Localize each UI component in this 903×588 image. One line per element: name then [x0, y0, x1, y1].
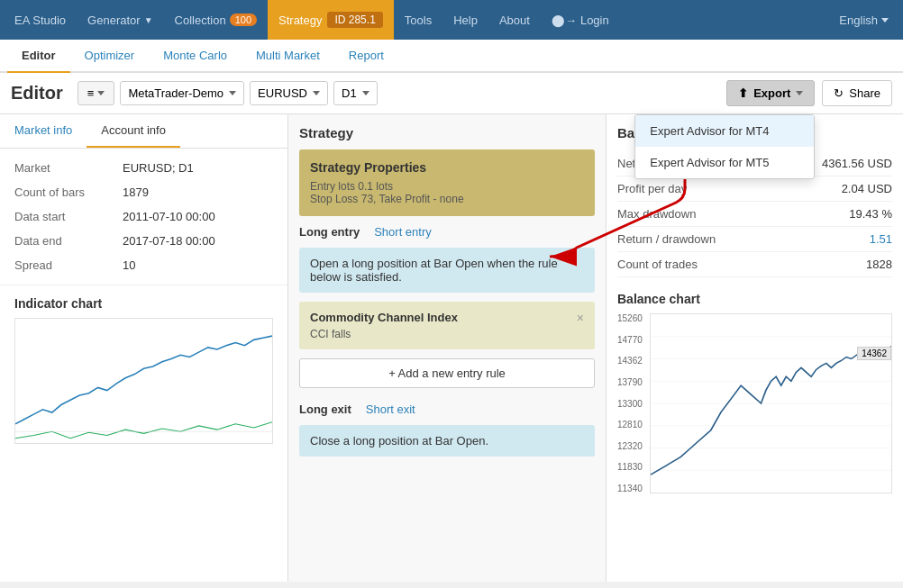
long-exit-tab[interactable]: Long exit: [299, 403, 351, 416]
menu-button[interactable]: ≡: [78, 81, 115, 105]
entry-tabs: Long entry Short entry: [299, 225, 595, 239]
header-right: ⬆ Export Expert Advisor for MT4 Expert A…: [726, 80, 892, 106]
export-icon: ⬆: [738, 86, 748, 100]
main-content: Market info Account info Market EURUSD; …: [0, 114, 903, 582]
editor-controls: ≡ MetaTrader-Demo EURUSD D1: [78, 81, 719, 105]
strategy-title: Strategy: [299, 125, 595, 140]
left-panel: Market info Account info Market EURUSD; …: [0, 114, 288, 582]
close-position-box: Close a long position at Bar Open.: [299, 425, 595, 457]
stat-profit-day: Profit per day 2.04 USD: [617, 176, 892, 202]
spread-row: Spread 10: [0, 253, 287, 277]
platform-selector[interactable]: MetaTrader-Demo: [120, 81, 244, 105]
language-dropdown-arrow: [881, 18, 889, 23]
language-selector[interactable]: English: [828, 14, 899, 27]
nav-login[interactable]: ⬤→ Login: [541, 0, 620, 40]
menu-arrow: [97, 91, 105, 95]
account-info-tab[interactable]: Account info: [87, 114, 180, 148]
nav-strategy[interactable]: Strategy ID 285.1: [268, 0, 394, 40]
nav-ea-studio[interactable]: EA Studio: [4, 0, 77, 40]
market-row: Market EURUSD; D1: [0, 156, 287, 180]
timeframe-arrow: [362, 91, 369, 95]
export-arrow: [796, 91, 803, 95]
strategy-properties-box[interactable]: Strategy Properties Entry lots 0.1 lots …: [299, 149, 595, 216]
generator-dropdown-arrow: ▼: [144, 15, 153, 25]
symbol-selector[interactable]: EURUSD: [250, 81, 328, 105]
export-mt5-item[interactable]: Expert Advisor for MT5: [635, 147, 814, 178]
strategy-properties-title: Strategy Properties: [310, 160, 584, 175]
stat-max-drawdown: Max drawdown 19.43 %: [617, 202, 892, 227]
timeframe-selector[interactable]: D1: [333, 81, 378, 105]
strategy-properties-line2: Stop Loss 73, Take Profit - none: [310, 193, 584, 205]
stat-count-trades: Count of trades 1828: [617, 252, 892, 277]
short-entry-tab[interactable]: Short entry: [374, 225, 432, 239]
indicator-chart-section: Indicator chart: [0, 285, 287, 582]
indicator-chart-title: Indicator chart: [14, 296, 273, 311]
count-bars-row: Count of bars 1879: [0, 180, 287, 204]
balance-chart-container: 15260 14770 14362 13790 13300 12810 1232…: [617, 313, 892, 493]
exit-tabs: Long exit Short exit: [299, 403, 595, 416]
balance-chart-section: Balance chart 15260 14770 14362 13790 13…: [617, 292, 892, 493]
stat-return-drawdown: Return / drawdown 1.51: [617, 227, 892, 252]
nav-help[interactable]: Help: [442, 0, 488, 40]
strategy-id-badge: ID 285.1: [327, 12, 382, 28]
rule-subtitle: CCI falls: [310, 328, 458, 340]
balance-chart-labels: 15260 14770 14362 13790 13300 12810 1232…: [617, 313, 646, 493]
rule-title: Commodity Channel Index: [310, 311, 458, 324]
tab-multimarket[interactable]: Multi Market: [242, 40, 334, 73]
tab-bar: Editor Optimizer Monte Carlo Multi Marke…: [0, 40, 903, 73]
nav-generator[interactable]: Generator ▼: [77, 0, 163, 40]
tab-montecarlo[interactable]: Monte Carlo: [149, 40, 242, 73]
short-exit-tab[interactable]: Short exit: [366, 403, 415, 416]
symbol-arrow: [313, 91, 320, 95]
tab-report[interactable]: Report: [334, 40, 398, 73]
tab-editor[interactable]: Editor: [7, 40, 70, 73]
add-rule-button[interactable]: + Add a new entry rule: [299, 358, 595, 388]
long-entry-tab[interactable]: Long entry: [299, 225, 360, 239]
market-info-table: Market EURUSD; D1 Count of bars 1879 Dat…: [0, 149, 287, 285]
data-end-row: Data end 2017-07-18 00:00: [0, 229, 287, 253]
editor-header: Editor ≡ MetaTrader-Demo EURUSD D1 ⬆ Exp…: [0, 73, 903, 114]
rule-close-button[interactable]: ×: [577, 311, 584, 325]
nav-about[interactable]: About: [488, 0, 541, 40]
data-start-row: Data start 2011-07-10 00:00: [0, 204, 287, 229]
login-icon: ⬤→: [552, 14, 577, 27]
share-icon: ↻: [834, 86, 844, 100]
editor-title: Editor: [11, 83, 63, 104]
share-button[interactable]: ↻ Share: [822, 80, 892, 106]
export-mt4-item[interactable]: Expert Advisor for MT4: [635, 115, 814, 147]
nav-collection[interactable]: Collection 100: [164, 0, 268, 40]
entry-description: Open a long position at Bar Open when th…: [299, 248, 595, 293]
panel-tabs: Market info Account info: [0, 114, 287, 149]
export-button[interactable]: ⬆ Export: [726, 80, 815, 106]
collection-badge: 100: [230, 14, 257, 26]
balance-chart: 14362: [650, 313, 892, 493]
middle-panel: Strategy Strategy Properties Entry lots …: [288, 114, 606, 582]
export-btn-wrapper: ⬆ Export Expert Advisor for MT4 Expert A…: [726, 80, 815, 106]
export-dropdown: Expert Advisor for MT4 Expert Advisor fo…: [634, 114, 815, 179]
platform-arrow: [229, 91, 236, 95]
cci-rule-box[interactable]: Commodity Channel Index CCI falls ×: [299, 302, 595, 349]
indicator-chart: [14, 318, 273, 444]
nav-tools[interactable]: Tools: [394, 0, 442, 40]
tab-optimizer[interactable]: Optimizer: [70, 40, 150, 73]
rule-content: Commodity Channel Index CCI falls: [310, 311, 458, 340]
balance-chart-title: Balance chart: [617, 292, 892, 306]
right-panel: Backtest Net profit 4361.56 USD Profit p…: [606, 114, 903, 582]
market-info-tab[interactable]: Market info: [0, 114, 87, 148]
top-navigation: EA Studio Generator ▼ Collection 100 Str…: [0, 0, 903, 40]
strategy-properties-line1: Entry lots 0.1 lots: [310, 180, 584, 193]
balance-current-value: 14362: [857, 347, 891, 360]
